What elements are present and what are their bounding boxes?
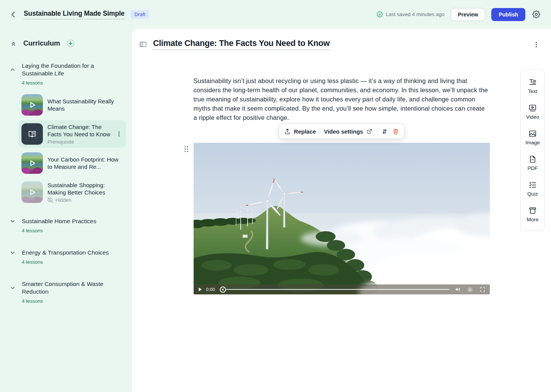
toolbar-item-label: Video — [526, 114, 539, 120]
insert-quiz-button[interactable]: Quiz — [521, 176, 544, 201]
lesson-options-button[interactable] — [532, 41, 540, 49]
section-lesson-count: 4 lessons — [22, 80, 126, 86]
lesson-item-hidden[interactable]: Sustainable Shopping: Making Better Choi… — [18, 178, 126, 206]
double-chevron-up-icon — [10, 40, 17, 47]
sort-arrows-icon — [381, 128, 388, 135]
lesson-title: Your Carbon Footprint: How to Measure an… — [47, 156, 123, 170]
replace-button[interactable]: Replace — [284, 128, 316, 135]
eye-off-icon — [47, 197, 53, 203]
insert-image-button[interactable]: Image — [521, 124, 544, 150]
insert-pdf-button[interactable]: PDF — [521, 150, 544, 176]
section-title: Sustainable Home Practices — [22, 217, 118, 225]
check-circle-icon — [377, 11, 383, 18]
lesson-thumbnail — [21, 181, 43, 203]
fullscreen-button[interactable] — [479, 286, 486, 293]
lesson-thumbnail — [21, 94, 43, 116]
seek-bar[interactable] — [220, 286, 449, 293]
video-player[interactable]: 0:00 — [194, 143, 490, 294]
insert-text-button[interactable]: Text — [521, 73, 544, 99]
move-block-button[interactable] — [381, 128, 388, 135]
chevron-down-icon — [9, 249, 16, 256]
toolbar-item-label: Text — [528, 88, 538, 94]
play-icon — [27, 158, 37, 168]
section-title: Laying the Foundation for a Sustainable … — [22, 62, 118, 77]
upload-icon — [284, 128, 291, 135]
image-icon — [528, 129, 537, 138]
section-lesson-count: 4 lessons — [22, 259, 126, 265]
volume-button[interactable] — [454, 286, 461, 293]
lesson-item-selected[interactable]: Climate Change: The Facts You Need to Kn… — [18, 120, 126, 148]
lesson-menu-button[interactable] — [115, 130, 123, 138]
section-header[interactable]: Energy & Transportation Choices — [9, 249, 126, 256]
more-elements-button[interactable]: More — [521, 201, 544, 227]
volume-icon — [455, 286, 461, 292]
curriculum-section: Energy & Transportation Choices 4 lesson… — [9, 249, 126, 265]
lesson-title: Sustainable Shopping: Making Better Choi… — [47, 181, 123, 196]
video-settings-button[interactable]: Video settings — [324, 128, 373, 135]
section-lesson-count: 4 lessons — [22, 298, 126, 304]
curriculum-sidebar: Curriculum Laying the Foundation for a S… — [0, 29, 132, 392]
section-header[interactable]: Laying the Foundation for a Sustainable … — [9, 62, 126, 77]
player-settings-button[interactable] — [466, 286, 474, 293]
video-block: Replace Video settings — [194, 143, 490, 294]
insert-element-toolbar: Text Video Image PDF Quiz More — [520, 69, 545, 231]
gear-icon — [467, 287, 473, 292]
section-title: Smarter Consumption & Waste Reduction — [22, 280, 118, 296]
chevron-down-icon — [9, 218, 16, 225]
section-title: Energy & Transportation Choices — [22, 249, 118, 256]
pdf-icon — [528, 155, 537, 164]
lesson-thumbnail — [21, 152, 43, 174]
status-badge: Draft — [130, 10, 149, 19]
save-status: Last saved 4 minutes ago — [377, 11, 445, 18]
collapse-all-button[interactable] — [9, 39, 18, 48]
drag-handle-icon[interactable] — [184, 145, 189, 153]
progress-track — [226, 289, 449, 290]
chevron-up-icon — [9, 66, 16, 73]
video-icon — [528, 103, 537, 113]
wind-farm-video-still — [194, 143, 490, 294]
current-time: 0:00 — [206, 287, 215, 292]
chevron-left-icon — [9, 10, 18, 19]
lesson-intro-paragraph[interactable]: Sustainability isn’t just about recyclin… — [194, 76, 490, 122]
lesson-note: Prerequisite — [47, 139, 111, 145]
toggle-sidebar-button[interactable] — [138, 39, 148, 49]
video-block-toolbar: Replace Video settings — [279, 124, 404, 139]
play-button[interactable] — [197, 286, 203, 292]
lesson-thumbnail — [21, 123, 43, 145]
publish-button[interactable]: Publish — [491, 8, 525, 21]
save-status-text: Last saved 4 minutes ago — [386, 11, 445, 17]
delete-block-button[interactable] — [392, 128, 399, 135]
back-button[interactable] — [8, 10, 18, 20]
preview-button[interactable]: Preview — [451, 8, 486, 21]
plus-circle-icon — [67, 39, 75, 47]
section-header[interactable]: Sustainable Home Practices — [9, 217, 126, 225]
play-icon — [27, 100, 37, 110]
curriculum-section: Smarter Consumption & Waste Reduction 4 … — [9, 280, 126, 304]
lesson-item[interactable]: Your Carbon Footprint: How to Measure an… — [18, 149, 126, 177]
lesson-item[interactable]: What Sustainability Really Means — [18, 91, 126, 119]
scrubber-handle[interactable] — [220, 286, 226, 293]
gear-icon — [532, 10, 540, 18]
settings-button[interactable] — [531, 10, 541, 19]
panel-toggle-icon — [139, 40, 147, 49]
insert-video-button[interactable]: Video — [521, 99, 544, 124]
text-icon — [528, 78, 537, 87]
lesson-note-text: Hidden — [55, 197, 71, 203]
toolbar-item-label: More — [527, 217, 539, 222]
divider — [320, 127, 320, 135]
curriculum-section: Laying the Foundation for a Sustainable … — [9, 62, 126, 206]
toolbar-item-label: Image — [525, 140, 540, 145]
lesson-page-title[interactable]: Climate Change: The Facts You Need to Kn… — [153, 39, 329, 50]
quiz-icon — [528, 180, 537, 189]
play-icon — [27, 187, 37, 198]
play-icon — [198, 287, 202, 292]
video-settings-label: Video settings — [324, 128, 363, 135]
section-header[interactable]: Smarter Consumption & Waste Reduction — [9, 280, 126, 296]
fullscreen-icon — [479, 286, 486, 292]
archive-box-icon — [528, 206, 537, 215]
book-open-icon — [27, 129, 37, 139]
divider — [377, 127, 377, 135]
course-title[interactable]: Sustainable Living Made Simple — [24, 10, 124, 20]
add-section-button[interactable] — [66, 39, 75, 48]
lesson-title: Climate Change: The Facts You Need to Kn… — [47, 123, 111, 138]
